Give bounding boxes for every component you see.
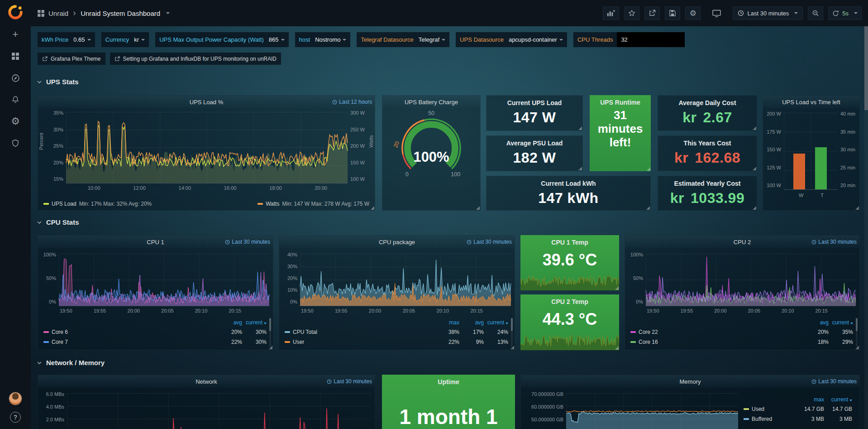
variable-value[interactable]: 865 <box>268 36 289 43</box>
panel-title[interactable]: CPU package <box>379 239 415 246</box>
panel-timerange[interactable]: Last 30 minutes <box>811 236 857 248</box>
panel-title[interactable]: UPS Load vs Time left <box>782 99 840 106</box>
panel-resize-handle[interactable] <box>753 126 756 130</box>
scrollbar-thumb[interactable] <box>864 26 868 110</box>
legend-row[interactable]: CPU Total 38%17%24% <box>285 327 508 337</box>
refresh-interval-label[interactable]: 5s <box>842 10 849 17</box>
cpu2-plot[interactable] <box>646 254 856 306</box>
panel-title[interactable]: UPS Battery Charge <box>405 99 458 106</box>
sidebar-dashboards-button[interactable] <box>6 47 24 65</box>
panel-title[interactable]: UPS Load % <box>190 99 223 106</box>
row-ups-stats[interactable]: UPS Stats <box>37 78 79 86</box>
variable-dropdown[interactable]: kWh Price 0.65 <box>38 32 95 47</box>
panel-timerange[interactable]: Last 30 minutes <box>467 236 512 248</box>
panel-title[interactable]: Network <box>196 378 217 385</box>
panel-title[interactable]: Memory <box>680 378 701 385</box>
bar-time-left[interactable] <box>815 147 827 189</box>
dashboard-link[interactable]: Grafana Plex Theme <box>38 53 105 65</box>
sidebar-alerting-button[interactable] <box>6 91 24 109</box>
sidebar-create-button[interactable]: + <box>6 25 24 43</box>
panel-resize-handle[interactable] <box>371 206 374 210</box>
variable-dropdown[interactable]: UPS Max Output Power Capacity (Watt) 865 <box>155 32 288 47</box>
bars-plot[interactable] <box>784 113 838 190</box>
panel-resize-handle[interactable] <box>578 167 582 170</box>
stat-title[interactable]: Current Load kWh <box>486 176 650 187</box>
panel-resize-handle[interactable] <box>615 286 619 290</box>
legend-row[interactable]: User 22%9%13% <box>285 337 508 347</box>
variable-dropdown[interactable]: host Nostromo <box>295 32 351 47</box>
share-dashboard-button[interactable] <box>644 6 660 20</box>
panel-resize-handle[interactable] <box>647 167 650 171</box>
variable-value[interactable]: 0.65 <box>72 36 95 43</box>
breadcrumb-folder[interactable]: Unraid <box>48 10 68 17</box>
panel-resize-handle[interactable] <box>753 167 756 170</box>
sidebar-configuration-button[interactable]: ⚙ <box>6 112 24 130</box>
variable-dropdown[interactable]: Telegraf Datasource Telegraf <box>357 32 449 47</box>
legend-row[interactable]: Buffered 3 MB3 MB <box>744 414 852 424</box>
dashboard-link[interactable]: Setting up Grafana and InfluxDB for UPS … <box>110 53 281 65</box>
save-dashboard-button[interactable] <box>665 6 680 20</box>
legend-row[interactable]: Core 22 20%35% <box>630 327 853 337</box>
sidebar-admin-button[interactable] <box>6 134 24 152</box>
panel-title[interactable]: CPU 2 <box>734 239 751 246</box>
panel-resize-handle[interactable] <box>615 346 619 350</box>
page-scrollbar[interactable] <box>864 26 868 429</box>
cpu-threads-input[interactable] <box>617 32 685 47</box>
panel-title[interactable]: CPU 1 <box>147 239 164 246</box>
memory-plot[interactable] <box>566 393 738 429</box>
legend-scrollbar[interactable] <box>269 318 271 347</box>
panel-resize-handle[interactable] <box>646 206 650 210</box>
legend-header[interactable]: avg <box>218 319 242 326</box>
cpu-package-plot[interactable] <box>300 254 511 306</box>
zoom-out-button[interactable] <box>808 6 823 20</box>
dashboard-settings-button[interactable]: ⚙ <box>685 6 701 20</box>
legend-header[interactable]: current <box>242 319 267 326</box>
legend-scrollbar[interactable] <box>511 318 513 347</box>
dashboard-title[interactable]: Unraid System Dashboard <box>81 10 160 17</box>
legend-header[interactable]: avg <box>459 319 484 326</box>
legend-row[interactable]: Core 16 18%29% <box>630 337 853 347</box>
row-cpu-stats[interactable]: CPU Stats <box>37 218 79 226</box>
ups-load-plot[interactable] <box>66 112 348 183</box>
time-range-picker[interactable]: Last 30 minutes <box>733 6 803 20</box>
help-button[interactable]: ? <box>10 412 21 423</box>
stat-title[interactable]: This Years Cost <box>658 136 757 147</box>
legend-item-watts[interactable]: WattsMin: 147 W Max: 278 W Avg: 175 W <box>258 201 369 207</box>
legend-header[interactable]: current <box>829 319 853 326</box>
stat-title[interactable]: Average Daily Cost <box>658 96 757 106</box>
add-panel-button[interactable] <box>603 6 619 20</box>
panel-timerange[interactable]: Last 30 minutes <box>327 375 372 388</box>
star-dashboard-button[interactable] <box>624 6 639 20</box>
refresh-picker[interactable]: 5s <box>828 6 862 20</box>
variable-dropdown[interactable]: Currency kr <box>101 32 149 47</box>
legend-header[interactable]: avg <box>804 319 829 326</box>
variable-dropdown[interactable]: UPS Datasource apcupsd-container <box>456 32 567 47</box>
legend-header[interactable]: current <box>824 396 852 403</box>
panel-resize-handle[interactable] <box>476 206 480 210</box>
panel-resize-handle[interactable] <box>510 346 514 349</box>
panel-resize-handle[interactable] <box>753 206 756 210</box>
row-network-memory[interactable]: Network / Memory <box>37 359 105 366</box>
bar-watts[interactable] <box>793 154 805 189</box>
stat-title[interactable]: CPU 1 Temp <box>520 235 619 246</box>
network-plot[interactable] <box>67 393 371 429</box>
stat-title[interactable]: Uptime <box>382 375 515 386</box>
panel-resize-handle[interactable] <box>269 346 272 349</box>
panel-resize-handle[interactable] <box>855 206 859 210</box>
stat-title[interactable]: Estimated Yearly Cost <box>658 176 757 187</box>
stat-title[interactable]: Current UPS Load <box>486 96 582 106</box>
legend-item-ups-load[interactable]: UPS LoadMin: 17% Max: 32% Avg: 20% <box>43 201 152 207</box>
legend-header[interactable]: current <box>484 319 508 326</box>
variable-value[interactable]: kr <box>133 36 149 43</box>
variable-value[interactable]: apcupsd-container <box>508 36 567 43</box>
panel-timerange[interactable]: Last 30 minutes <box>811 375 857 388</box>
cpu1-plot[interactable] <box>59 254 269 306</box>
sidebar-explore-button[interactable] <box>6 69 24 87</box>
user-avatar[interactable] <box>9 392 22 405</box>
legend-row[interactable]: Used 14.7 GB14.7 GB <box>744 404 852 414</box>
variable-value[interactable]: Nostromo <box>314 36 350 43</box>
variable-value[interactable]: Telegraf <box>418 36 449 43</box>
kiosk-mode-button[interactable] <box>709 6 725 20</box>
legend-header[interactable]: max <box>435 319 459 326</box>
stat-title[interactable]: CPU 2 Temp <box>520 294 619 305</box>
